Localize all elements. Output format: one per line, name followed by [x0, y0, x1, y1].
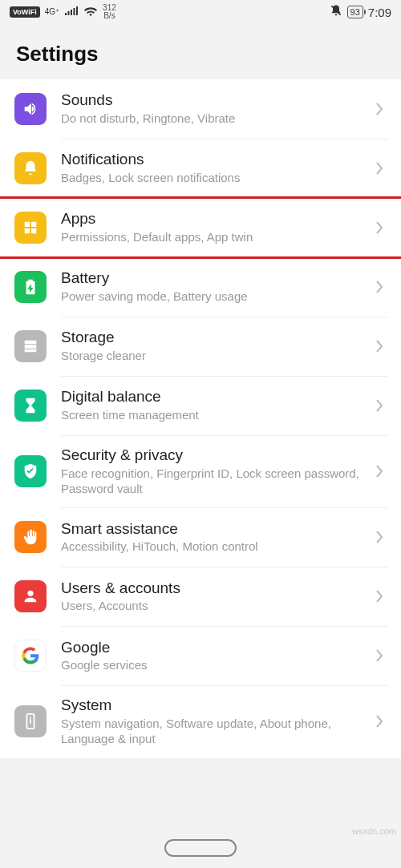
row-title: System	[61, 696, 369, 715]
watermark: wsxdn.com	[352, 826, 396, 836]
row-title: Battery	[61, 269, 369, 288]
user-icon	[14, 580, 47, 612]
chevron-right-icon	[375, 465, 388, 478]
row-title: Security & privacy	[61, 446, 369, 465]
status-left: VoWiFi 4G⁺ 312 B/s	[10, 4, 116, 20]
wifi-icon	[83, 6, 98, 19]
chevron-right-icon	[375, 590, 388, 603]
row-sub: Storage cleaner	[61, 349, 369, 364]
row-title: Storage	[61, 329, 369, 347]
row-body: Digital balance Screen time management	[61, 388, 375, 423]
row-apps[interactable]: Apps Permissions, Default apps, App twin	[0, 198, 401, 257]
battery-icon	[14, 271, 47, 303]
row-sub: Power saving mode, Battery usage	[61, 289, 369, 305]
vowifi-badge: VoWiFi	[10, 6, 40, 18]
chevron-right-icon	[375, 103, 388, 115]
row-security[interactable]: Security & privacy Face recognition, Fin…	[0, 435, 401, 507]
chevron-right-icon	[375, 221, 388, 234]
clock: 7:09	[368, 6, 391, 19]
row-title: Users & accounts	[61, 579, 369, 598]
chevron-right-icon	[375, 715, 388, 728]
settings-list[interactable]: Sounds Do not disturb, Ringtone, Vibrate…	[0, 79, 401, 758]
row-body: Google Google services	[61, 639, 375, 674]
battery-indicator: 93	[347, 6, 363, 18]
shield-icon	[14, 455, 47, 487]
svg-rect-2	[30, 720, 31, 725]
row-body: Sounds Do not disturb, Ringtone, Vibrate	[61, 91, 375, 127]
row-storage[interactable]: Storage Storage cleaner	[0, 317, 401, 376]
chevron-right-icon	[375, 399, 388, 412]
row-title: Notifications	[61, 151, 369, 169]
network-gen: 4G⁺	[45, 8, 59, 16]
hourglass-icon	[14, 390, 47, 422]
storage-icon	[14, 330, 47, 362]
apps-icon	[14, 212, 47, 244]
nav-pill[interactable]	[164, 839, 237, 857]
settings-screen: { "status": { "vowifi": "VoWiFi", "netge…	[0, 0, 401, 868]
phone-info-icon	[14, 705, 47, 737]
row-sub: Screen time management	[61, 408, 369, 423]
row-title: Apps	[61, 210, 369, 228]
row-title: Digital balance	[61, 388, 369, 406]
row-system[interactable]: System System navigation, Software updat…	[0, 685, 401, 757]
chevron-right-icon	[375, 340, 388, 353]
row-sub: System navigation, Software update, Abou…	[61, 717, 369, 747]
row-body: Notifications Badges, Lock screen notifi…	[61, 151, 375, 186]
row-body: Storage Storage cleaner	[61, 329, 375, 364]
row-body: Smart assistance Accessibility, HiTouch,…	[61, 520, 375, 555]
row-title: Sounds	[61, 91, 369, 110]
row-title: Google	[61, 639, 369, 657]
row-title: Smart assistance	[61, 520, 369, 539]
row-sub: Do not disturb, Ringtone, Vibrate	[61, 111, 369, 127]
row-body: System System navigation, Software updat…	[61, 696, 375, 746]
status-right: 93 7:09	[330, 4, 391, 20]
chevron-right-icon	[375, 162, 388, 175]
page-title: Settings	[16, 42, 385, 67]
chevron-right-icon	[375, 281, 388, 293]
row-notifications[interactable]: Notifications Badges, Lock screen notifi…	[0, 139, 401, 198]
row-smart-assist[interactable]: Smart assistance Accessibility, HiTouch,…	[0, 507, 401, 567]
hand-icon	[14, 521, 47, 553]
row-body: Security & privacy Face recognition, Fin…	[61, 446, 375, 496]
row-users-accounts[interactable]: Users & accounts Users, Accounts	[0, 567, 401, 626]
status-bar: VoWiFi 4G⁺ 312 B/s 93 7:09	[0, 0, 401, 24]
row-body: Users & accounts Users, Accounts	[61, 579, 375, 615]
cell-signal-icon	[64, 6, 79, 19]
svg-rect-3	[30, 717, 31, 719]
mute-icon	[330, 4, 342, 20]
chevron-right-icon	[375, 531, 388, 543]
row-digital-balance[interactable]: Digital balance Screen time management	[0, 376, 401, 435]
google-icon	[14, 640, 47, 672]
net-speed: 312 B/s	[103, 4, 116, 20]
sound-icon	[14, 93, 47, 125]
bell-icon	[14, 152, 47, 184]
row-sub: Google services	[61, 658, 369, 673]
row-sounds[interactable]: Sounds Do not disturb, Ringtone, Vibrate	[0, 79, 401, 139]
chevron-right-icon	[375, 649, 388, 662]
row-body: Battery Power saving mode, Battery usage	[61, 269, 375, 305]
row-sub: Permissions, Default apps, App twin	[61, 230, 369, 245]
row-body: Apps Permissions, Default apps, App twin	[61, 210, 375, 245]
row-sub: Face recognition, Fingerprint ID, Lock s…	[61, 466, 369, 497]
row-google[interactable]: Google Google services	[0, 626, 401, 685]
row-sub: Accessibility, HiTouch, Motion control	[61, 539, 369, 555]
page-header: Settings	[0, 24, 401, 79]
row-sub: Users, Accounts	[61, 599, 369, 614]
row-battery[interactable]: Battery Power saving mode, Battery usage	[0, 257, 401, 317]
net-speed-unit: B/s	[103, 12, 115, 20]
row-sub: Badges, Lock screen notifications	[61, 171, 369, 186]
